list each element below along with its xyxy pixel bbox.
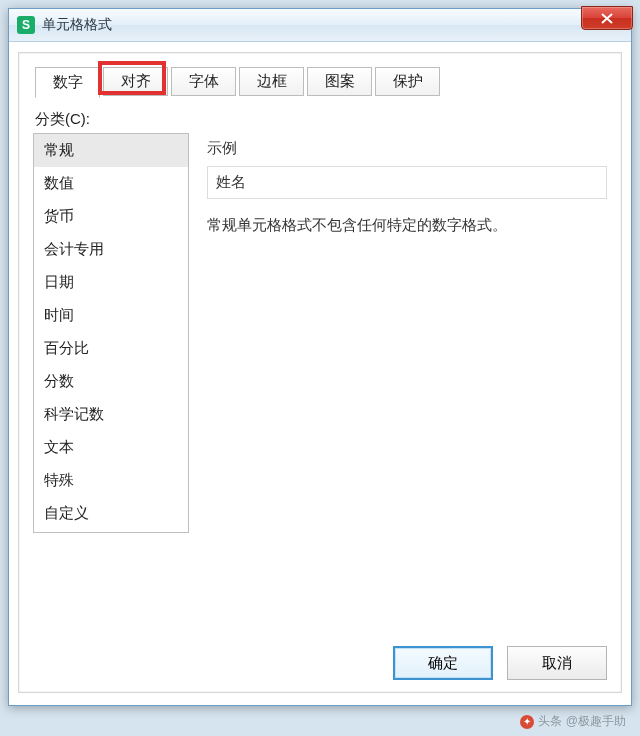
example-label: 示例 [207, 139, 607, 158]
tab-bar: 数字对齐字体边框图案保护 [33, 67, 607, 98]
dialog-body: 数字对齐字体边框图案保护 分类(C): 常规数值货币会计专用日期时间百分比分数科… [18, 52, 622, 693]
right-pane: 示例 姓名 常规单元格格式不包含任何特定的数字格式。 [189, 133, 607, 634]
list-item[interactable]: 文本 [34, 431, 188, 464]
list-item[interactable]: 时间 [34, 299, 188, 332]
list-item[interactable]: 常规 [34, 134, 188, 167]
app-icon: S [17, 16, 35, 34]
list-item[interactable]: 特殊 [34, 464, 188, 497]
tab-3[interactable]: 边框 [239, 67, 304, 96]
dialog-footer: 确定 取消 [33, 634, 607, 680]
tab-0[interactable]: 数字 [35, 67, 100, 98]
watermark-icon: ✦ [520, 715, 534, 729]
example-value: 姓名 [216, 173, 246, 192]
cancel-button[interactable]: 取消 [507, 646, 607, 680]
content-area: 分类(C): 常规数值货币会计专用日期时间百分比分数科学记数文本特殊自定义 示例… [33, 100, 607, 634]
dialog-window: S 单元格格式 数字对齐字体边框图案保护 分类(C): 常规数值货币会计专用日期… [8, 8, 632, 706]
main-row: 常规数值货币会计专用日期时间百分比分数科学记数文本特殊自定义 示例 姓名 常规单… [33, 133, 607, 634]
close-button[interactable] [581, 6, 633, 30]
ok-button-label: 确定 [428, 654, 458, 673]
tab-4[interactable]: 图案 [307, 67, 372, 96]
list-item[interactable]: 百分比 [34, 332, 188, 365]
list-item[interactable]: 科学记数 [34, 398, 188, 431]
example-value-box: 姓名 [207, 166, 607, 199]
watermark-text: 头条 @极趣手助 [538, 713, 626, 730]
list-item[interactable]: 货币 [34, 200, 188, 233]
cancel-button-label: 取消 [542, 654, 572, 673]
tab-5[interactable]: 保护 [375, 67, 440, 96]
tab-2[interactable]: 字体 [171, 67, 236, 96]
category-label: 分类(C): [35, 110, 607, 129]
close-icon [601, 13, 613, 24]
description-text: 常规单元格格式不包含任何特定的数字格式。 [207, 213, 607, 237]
list-item[interactable]: 分数 [34, 365, 188, 398]
window-title: 单元格格式 [42, 16, 112, 34]
titlebar: S 单元格格式 [9, 9, 631, 42]
tab-1[interactable]: 对齐 [103, 67, 168, 96]
list-item[interactable]: 会计专用 [34, 233, 188, 266]
list-item[interactable]: 数值 [34, 167, 188, 200]
category-listbox[interactable]: 常规数值货币会计专用日期时间百分比分数科学记数文本特殊自定义 [33, 133, 189, 533]
ok-button[interactable]: 确定 [393, 646, 493, 680]
list-item[interactable]: 自定义 [34, 497, 188, 530]
list-item[interactable]: 日期 [34, 266, 188, 299]
watermark: ✦ 头条 @极趣手助 [520, 713, 626, 730]
